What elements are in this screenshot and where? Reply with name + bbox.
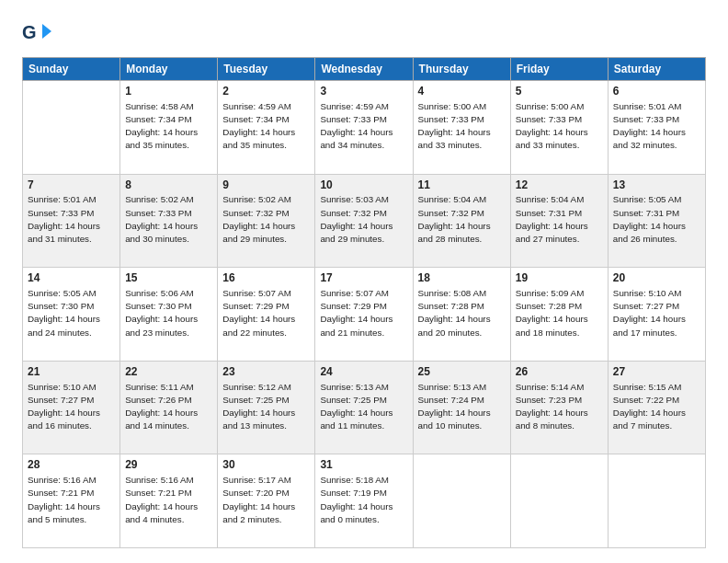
calendar-header-saturday: Saturday	[608, 58, 705, 81]
day-info: Sunrise: 5:03 AMSunset: 7:32 PMDaylight:…	[320, 193, 407, 246]
day-number: 13	[613, 178, 700, 193]
calendar-header-sunday: Sunday	[23, 58, 120, 81]
day-number: 3	[320, 84, 407, 99]
day-info: Sunrise: 5:01 AMSunset: 7:33 PMDaylight:…	[613, 100, 700, 153]
calendar-cell: 7Sunrise: 5:01 AMSunset: 7:33 PMDaylight…	[23, 174, 120, 268]
day-info: Sunrise: 5:08 AMSunset: 7:28 PMDaylight:…	[418, 287, 506, 339]
day-info: Sunrise: 5:12 AMSunset: 7:25 PMDaylight:…	[222, 381, 310, 433]
calendar-cell: 20Sunrise: 5:10 AMSunset: 7:27 PMDayligh…	[608, 268, 705, 362]
day-number: 27	[613, 364, 700, 380]
day-info: Sunrise: 5:02 AMSunset: 7:32 PMDaylight:…	[222, 193, 310, 246]
calendar-cell: 22Sunrise: 5:11 AMSunset: 7:26 PMDayligh…	[120, 361, 218, 454]
day-info: Sunrise: 5:06 AMSunset: 7:30 PMDaylight:…	[125, 287, 212, 339]
day-number: 8	[125, 178, 212, 193]
day-info: Sunrise: 5:17 AMSunset: 7:20 PMDaylight:…	[222, 474, 310, 526]
day-number: 15	[125, 270, 212, 286]
day-info: Sunrise: 5:11 AMSunset: 7:26 PMDaylight:…	[125, 381, 212, 433]
day-info: Sunrise: 5:10 AMSunset: 7:27 PMDaylight:…	[28, 381, 115, 433]
calendar-week-row: 28Sunrise: 5:16 AMSunset: 7:21 PMDayligh…	[23, 454, 706, 548]
page: G SundayMondayTuesdayWednesdayThursdayFr…	[0, 0, 728, 563]
calendar-cell: 4Sunrise: 5:00 AMSunset: 7:33 PMDaylight…	[413, 81, 510, 175]
day-number: 21	[28, 364, 115, 380]
day-info: Sunrise: 5:05 AMSunset: 7:30 PMDaylight:…	[28, 287, 115, 339]
calendar-cell: 21Sunrise: 5:10 AMSunset: 7:27 PMDayligh…	[23, 361, 120, 454]
day-info: Sunrise: 5:00 AMSunset: 7:33 PMDaylight:…	[418, 100, 506, 153]
calendar-header-row: SundayMondayTuesdayWednesdayThursdayFrid…	[23, 58, 706, 81]
calendar-cell: 28Sunrise: 5:16 AMSunset: 7:21 PMDayligh…	[23, 454, 120, 548]
calendar-cell: 9Sunrise: 5:02 AMSunset: 7:32 PMDaylight…	[218, 174, 315, 268]
calendar-cell: 8Sunrise: 5:02 AMSunset: 7:33 PMDaylight…	[120, 174, 218, 268]
svg-marker-2	[42, 24, 51, 39]
day-number: 1	[125, 84, 212, 99]
calendar-cell: 6Sunrise: 5:01 AMSunset: 7:33 PMDaylight…	[608, 81, 705, 175]
day-info: Sunrise: 5:14 AMSunset: 7:23 PMDaylight:…	[516, 381, 603, 433]
day-info: Sunrise: 5:00 AMSunset: 7:33 PMDaylight:…	[516, 100, 603, 153]
calendar-cell: 15Sunrise: 5:06 AMSunset: 7:30 PMDayligh…	[120, 268, 218, 362]
day-number: 2	[222, 84, 310, 99]
day-number: 16	[222, 270, 310, 286]
calendar-header-tuesday: Tuesday	[218, 58, 315, 81]
calendar-header-thursday: Thursday	[413, 58, 510, 81]
day-info: Sunrise: 5:07 AMSunset: 7:29 PMDaylight:…	[320, 287, 407, 339]
day-info: Sunrise: 5:16 AMSunset: 7:21 PMDaylight:…	[125, 474, 212, 526]
day-number: 6	[613, 84, 700, 99]
day-number: 5	[516, 84, 603, 99]
day-info: Sunrise: 5:16 AMSunset: 7:21 PMDaylight:…	[28, 474, 115, 526]
day-info: Sunrise: 5:04 AMSunset: 7:31 PMDaylight:…	[516, 193, 603, 246]
day-number: 28	[28, 457, 115, 473]
calendar-cell: 13Sunrise: 5:05 AMSunset: 7:31 PMDayligh…	[608, 174, 705, 268]
calendar-week-row: 1Sunrise: 4:58 AMSunset: 7:34 PMDaylight…	[23, 81, 706, 175]
calendar-cell: 3Sunrise: 4:59 AMSunset: 7:33 PMDaylight…	[315, 81, 413, 175]
calendar-cell: 18Sunrise: 5:08 AMSunset: 7:28 PMDayligh…	[413, 268, 510, 362]
day-info: Sunrise: 4:58 AMSunset: 7:34 PMDaylight:…	[125, 100, 212, 153]
day-info: Sunrise: 5:18 AMSunset: 7:19 PMDaylight:…	[320, 474, 407, 526]
calendar-cell: 17Sunrise: 5:07 AMSunset: 7:29 PMDayligh…	[315, 268, 413, 362]
calendar-cell: 26Sunrise: 5:14 AMSunset: 7:23 PMDayligh…	[510, 361, 608, 454]
calendar-cell	[413, 454, 510, 548]
day-number: 23	[222, 364, 310, 380]
day-info: Sunrise: 5:02 AMSunset: 7:33 PMDaylight:…	[125, 193, 212, 246]
calendar-cell	[510, 454, 608, 548]
day-info: Sunrise: 5:07 AMSunset: 7:29 PMDaylight:…	[222, 287, 310, 339]
calendar-cell: 30Sunrise: 5:17 AMSunset: 7:20 PMDayligh…	[218, 454, 315, 548]
day-number: 4	[418, 84, 506, 99]
logo: G	[22, 18, 55, 48]
calendar-header-friday: Friday	[510, 58, 608, 81]
day-number: 9	[222, 178, 310, 193]
day-number: 10	[320, 178, 407, 193]
svg-text:G: G	[22, 22, 37, 42]
calendar-cell	[23, 81, 120, 175]
day-number: 11	[418, 178, 506, 193]
day-number: 31	[320, 457, 407, 473]
day-number: 19	[516, 270, 603, 286]
day-number: 25	[418, 364, 506, 380]
calendar-cell: 14Sunrise: 5:05 AMSunset: 7:30 PMDayligh…	[23, 268, 120, 362]
calendar-cell: 23Sunrise: 5:12 AMSunset: 7:25 PMDayligh…	[218, 361, 315, 454]
calendar-cell: 31Sunrise: 5:18 AMSunset: 7:19 PMDayligh…	[315, 454, 413, 548]
calendar-cell: 27Sunrise: 5:15 AMSunset: 7:22 PMDayligh…	[608, 361, 705, 454]
logo-icon: G	[22, 18, 51, 48]
day-info: Sunrise: 5:01 AMSunset: 7:33 PMDaylight:…	[28, 193, 115, 246]
calendar-cell: 24Sunrise: 5:13 AMSunset: 7:25 PMDayligh…	[315, 361, 413, 454]
day-info: Sunrise: 4:59 AMSunset: 7:33 PMDaylight:…	[320, 100, 407, 153]
calendar-cell: 2Sunrise: 4:59 AMSunset: 7:34 PMDaylight…	[218, 81, 315, 175]
calendar-cell: 12Sunrise: 5:04 AMSunset: 7:31 PMDayligh…	[510, 174, 608, 268]
day-info: Sunrise: 5:04 AMSunset: 7:32 PMDaylight:…	[418, 193, 506, 246]
day-info: Sunrise: 5:13 AMSunset: 7:24 PMDaylight:…	[418, 381, 506, 433]
day-number: 7	[28, 178, 115, 193]
calendar-week-row: 14Sunrise: 5:05 AMSunset: 7:30 PMDayligh…	[23, 268, 706, 362]
day-number: 30	[222, 457, 310, 473]
calendar-week-row: 21Sunrise: 5:10 AMSunset: 7:27 PMDayligh…	[23, 361, 706, 454]
day-number: 20	[613, 270, 700, 286]
day-number: 14	[28, 270, 115, 286]
calendar-cell: 5Sunrise: 5:00 AMSunset: 7:33 PMDaylight…	[510, 81, 608, 175]
day-number: 24	[320, 364, 407, 380]
calendar-cell: 16Sunrise: 5:07 AMSunset: 7:29 PMDayligh…	[218, 268, 315, 362]
day-number: 29	[125, 457, 212, 473]
day-info: Sunrise: 4:59 AMSunset: 7:34 PMDaylight:…	[222, 100, 310, 153]
calendar-cell: 1Sunrise: 4:58 AMSunset: 7:34 PMDaylight…	[120, 81, 218, 175]
calendar-header-wednesday: Wednesday	[315, 58, 413, 81]
day-number: 22	[125, 364, 212, 380]
calendar-cell: 29Sunrise: 5:16 AMSunset: 7:21 PMDayligh…	[120, 454, 218, 548]
day-number: 17	[320, 270, 407, 286]
